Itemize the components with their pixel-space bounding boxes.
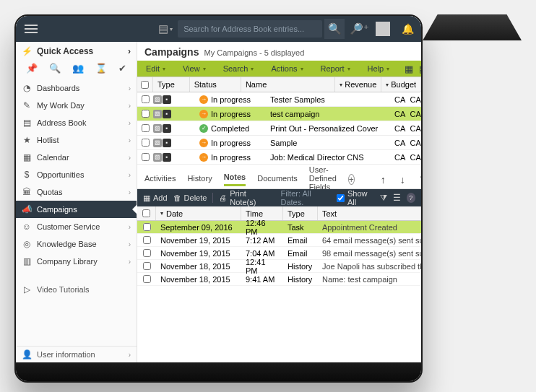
sidebar-item-address-book[interactable]: ▤Address Book› xyxy=(16,114,137,131)
pin-icon[interactable]: 📌 xyxy=(26,63,38,74)
menu-help[interactable]: Help xyxy=(363,64,394,73)
print-button[interactable]: 🖨 Print Note(s) xyxy=(219,189,269,206)
video-tutorials[interactable]: ▷ Video Tutorials xyxy=(16,282,137,297)
chevron-right-icon: › xyxy=(128,46,131,56)
nav-icon: 🏛 xyxy=(22,187,32,197)
row-checkbox[interactable] xyxy=(142,139,150,147)
page-subtitle: My Campaigns - 5 displayed xyxy=(204,48,305,57)
nav-icon: ▦ xyxy=(22,152,32,162)
row-checkbox[interactable] xyxy=(142,95,150,103)
check-icon[interactable]: ✔ xyxy=(118,63,126,74)
excel-icon[interactable]: ▦ xyxy=(402,64,415,74)
show-all-toggle[interactable]: Show All xyxy=(337,189,374,206)
sidebar-item-customer-service[interactable]: ☺Customer Service› xyxy=(16,218,137,235)
note-checkbox[interactable] xyxy=(143,275,151,283)
sidebar-item-hotlist[interactable]: ★Hotlist› xyxy=(16,131,137,149)
sidebar-item-knowledge-base[interactable]: ◎Knowledge Base› xyxy=(16,235,137,253)
row-checkbox[interactable] xyxy=(142,153,150,161)
select-all[interactable] xyxy=(141,81,149,89)
bell-icon[interactable]: 🔔 xyxy=(402,23,414,35)
quick-access-icons: 📌 🔍 👥 ⌛ ✔ xyxy=(16,61,137,79)
tab-notes[interactable]: Notes xyxy=(224,173,246,186)
col-name[interactable]: Name xyxy=(241,77,335,92)
col-type[interactable]: Type xyxy=(283,206,318,220)
nav-icon: ✎ xyxy=(22,100,32,110)
bolt-icon: ⚡ xyxy=(22,46,33,56)
notes-select-all[interactable] xyxy=(142,209,150,217)
col-revenue[interactable]: ▾Revenue xyxy=(335,77,381,92)
main: Campaigns My Campaigns - 5 displayed Edi… xyxy=(137,42,421,362)
table-row[interactable]: ▧▪✓CompletedPrint Out - Personalized Cov… xyxy=(137,121,421,136)
arrow-down-icon[interactable]: ↓ xyxy=(400,174,405,186)
filter-icon[interactable]: ⧩ xyxy=(380,193,387,203)
menu-search[interactable]: Search xyxy=(219,64,259,73)
refresh-icon[interactable]: ↻ xyxy=(420,174,421,186)
nav-icon: ★ xyxy=(22,135,32,145)
columns-icon[interactable]: ☰ xyxy=(393,193,401,203)
menu-report[interactable]: Report xyxy=(316,64,355,73)
hourglass-icon[interactable]: ⌛ xyxy=(95,63,107,74)
sidebar-item-quotas[interactable]: 🏛Quotas› xyxy=(16,183,137,201)
add-tab-icon[interactable]: + xyxy=(348,174,355,185)
add-button[interactable]: ▦ Add xyxy=(143,193,168,203)
search-icon[interactable]: 🔍 xyxy=(324,19,345,39)
nav-icon: ◔ xyxy=(22,83,32,93)
sidebar-item-campaigns[interactable]: 📣Campaigns xyxy=(16,201,137,218)
arrow-up-icon[interactable]: ↑ xyxy=(381,174,386,186)
note-row[interactable]: November 18, 20159:41 AMHistoryName: tes… xyxy=(137,273,421,286)
user-information[interactable]: 👤 User information › xyxy=(16,346,137,362)
table-row[interactable]: ▧▪→In progressSampleCAD0.00CAD0.00 xyxy=(137,136,421,150)
col-budget[interactable]: ▾Budget xyxy=(381,77,421,92)
table-row[interactable]: ▧▪→In progressTester SamplesCAD10,000.00… xyxy=(137,92,421,107)
help-icon[interactable]: ? xyxy=(407,193,416,203)
sidebar-item-company-library[interactable]: ▥Company Library› xyxy=(16,253,137,270)
note-checkbox[interactable] xyxy=(143,249,151,257)
note-checkbox[interactable] xyxy=(143,262,151,270)
search-placeholder: Search for Address Book entries... xyxy=(183,25,304,33)
users-icon[interactable]: 👥 xyxy=(72,63,84,74)
menu-icon[interactable] xyxy=(16,25,46,33)
chevron-right-icon: › xyxy=(129,171,131,179)
col-text[interactable]: Text xyxy=(318,206,421,220)
search-input[interactable]: Search for Address Book entries... xyxy=(178,20,322,38)
menu-view[interactable]: View xyxy=(178,64,210,73)
tab-documents[interactable]: Documents xyxy=(257,174,298,186)
menu-actions[interactable]: Actions xyxy=(267,64,307,73)
avatar[interactable] xyxy=(376,22,390,36)
notes-toolbar: ▦ Add 🗑 Delete 🖨 Print Note(s) Filter: A… xyxy=(137,189,421,206)
chevron-right-icon: › xyxy=(129,223,131,231)
tab-history[interactable]: History xyxy=(187,174,212,186)
search-icon[interactable]: 🔍 xyxy=(49,63,61,74)
note-row[interactable]: November 19, 20157:12 AMEmail64 email me… xyxy=(137,234,421,247)
row-checkbox[interactable] xyxy=(142,110,150,118)
table-row[interactable]: ▧▪→In progressJob: Medical Director CNSC… xyxy=(137,150,421,165)
quick-access-label: Quick Access xyxy=(37,46,93,56)
book-dropdown-icon[interactable]: ▤ xyxy=(155,19,176,39)
tab-activities[interactable]: Activities xyxy=(144,174,176,186)
table-row[interactable]: ▧▪→In progresstest campaignCAD50,000.00C… xyxy=(137,107,421,121)
menubar: EditViewSearchActionsReportHelp ▦ ▦ ↻ ? xyxy=(137,61,421,77)
delete-button[interactable]: 🗑 Delete xyxy=(173,193,207,202)
nav-icon: ☺ xyxy=(22,222,32,232)
notes-grid: September 09, 201612:46 PMTaskAppointmen… xyxy=(137,221,421,286)
col-date[interactable]: ▾Date xyxy=(156,206,241,220)
export-icon[interactable]: ▦ xyxy=(417,64,421,74)
note-row[interactable]: September 09, 201612:46 PMTaskAppointmen… xyxy=(137,221,421,234)
sidebar-item-opportunities[interactable]: $Opportunities› xyxy=(16,166,137,183)
col-type[interactable]: Type xyxy=(153,77,190,92)
sidebar-item-my-work-day[interactable]: ✎My Work Day› xyxy=(16,97,137,114)
row-checkbox[interactable] xyxy=(142,124,150,132)
nav-icon: ▥ xyxy=(22,256,32,266)
col-status[interactable]: Status xyxy=(190,77,241,92)
menu-edit[interactable]: Edit xyxy=(142,64,170,73)
sidebar-item-dashboards[interactable]: ◔Dashboards› xyxy=(16,79,137,97)
note-checkbox[interactable] xyxy=(143,236,151,244)
chevron-right-icon: › xyxy=(129,136,131,144)
advanced-search-icon[interactable]: 🔎⁺ xyxy=(349,19,369,39)
note-checkbox[interactable] xyxy=(143,223,151,231)
chevron-right-icon: › xyxy=(129,351,131,359)
note-row[interactable]: November 18, 201512:41 PMHistoryJoe Napo… xyxy=(137,260,421,273)
screen: ▤ Search for Address Book entries... 🔍 🔎… xyxy=(16,16,421,362)
quick-access-header[interactable]: ⚡ Quick Access › xyxy=(16,42,137,61)
sidebar-item-calendar[interactable]: ▦Calendar› xyxy=(16,149,137,166)
